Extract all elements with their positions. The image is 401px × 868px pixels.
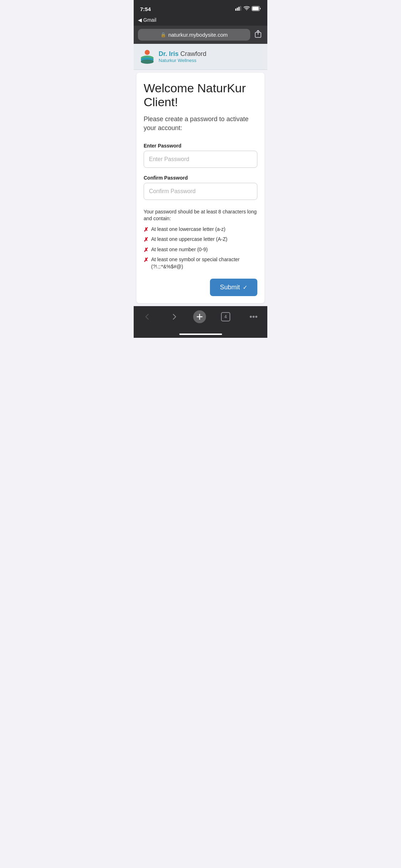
confirm-password-input[interactable]: [144, 183, 257, 200]
logo-icon: [139, 49, 155, 64]
battery-icon: [252, 6, 261, 12]
rule-x-icon-3: ✗: [144, 246, 148, 254]
rule-x-icon-1: ✗: [144, 226, 148, 234]
rule-item-4: ✗ At least one symbol or special charact…: [144, 256, 257, 270]
svg-point-7: [145, 50, 150, 55]
svg-point-10: [141, 60, 154, 64]
main-content: Welcome NaturKur Client! Please create a…: [137, 73, 264, 303]
more-icon: •••: [250, 312, 258, 321]
address-bar[interactable]: 🔒 naturkur.mybodysite.com: [138, 29, 250, 41]
new-tab-button[interactable]: [193, 310, 206, 323]
svg-rect-3: [240, 6, 241, 11]
rule-item-2: ✗ At least one uppercase letter (A-Z): [144, 236, 257, 244]
rule-x-icon-4: ✗: [144, 256, 148, 264]
tabs-count: 4: [225, 314, 227, 319]
more-button[interactable]: •••: [245, 310, 262, 324]
svg-rect-2: [238, 7, 240, 11]
forward-button[interactable]: [166, 311, 182, 323]
lock-icon: 🔒: [160, 32, 166, 37]
home-indicator: [134, 332, 267, 338]
back-nav[interactable]: ◀ Gmail: [134, 16, 267, 26]
rules-intro: Your password should be at least 8 chara…: [144, 208, 257, 222]
url-text: naturkur.mybodysite.com: [168, 32, 228, 38]
enter-password-label: Enter Password: [144, 143, 257, 149]
svg-rect-1: [237, 8, 238, 11]
submit-row: Submit ✓: [144, 279, 257, 296]
rule-item-3: ✗ At least one number (0-9): [144, 246, 257, 254]
submit-checkmark-icon: ✓: [243, 284, 247, 291]
site-header: Dr. Iris Crawford Naturkur Wellness: [134, 44, 267, 70]
site-title: Dr. Iris Crawford Naturkur Wellness: [159, 50, 206, 63]
brand-tagline: Naturkur Wellness: [159, 58, 206, 63]
password-rules: Your password should be at least 8 chara…: [144, 208, 257, 270]
rule-item-1: ✗ At least one lowercase letter (a-z): [144, 226, 257, 234]
status-icons: [235, 6, 261, 12]
back-button[interactable]: [139, 311, 155, 323]
enter-password-input[interactable]: [144, 151, 257, 168]
tabs-button[interactable]: 4: [217, 310, 235, 324]
tabs-count-badge: 4: [221, 312, 230, 321]
rule-text-1: At least one lowercase letter (a-z): [151, 226, 226, 233]
welcome-title: Welcome NaturKur Client!: [144, 81, 257, 109]
back-arrow-icon: ◀: [138, 17, 142, 23]
brand-first: Dr. Iris: [159, 50, 179, 57]
rule-text-2: At least one uppercase letter (A-Z): [151, 236, 227, 243]
submit-label: Submit: [220, 284, 240, 291]
svg-rect-5: [252, 7, 259, 10]
wifi-icon: [243, 6, 250, 12]
svg-rect-0: [235, 9, 236, 11]
home-indicator-bar: [179, 334, 222, 335]
browser-toolbar: 4 •••: [134, 306, 267, 332]
rule-text-4: At least one symbol or special character…: [151, 256, 257, 270]
rule-x-icon-2: ✗: [144, 236, 148, 244]
brand-name: Dr. Iris Crawford: [159, 50, 206, 58]
rule-text-3: At least one number (0-9): [151, 246, 208, 253]
share-button[interactable]: [253, 29, 263, 41]
status-time: 7:54: [140, 6, 151, 12]
confirm-password-label: Confirm Password: [144, 175, 257, 181]
address-bar-wrapper: 🔒 naturkur.mybodysite.com: [134, 26, 267, 44]
submit-button[interactable]: Submit ✓: [210, 279, 257, 296]
signal-icon: [235, 6, 242, 12]
brand-last: Crawford: [179, 50, 206, 57]
back-nav-label[interactable]: Gmail: [143, 17, 156, 23]
welcome-subtitle: Please create a password to activate you…: [144, 115, 257, 133]
status-bar: 7:54: [134, 0, 267, 16]
